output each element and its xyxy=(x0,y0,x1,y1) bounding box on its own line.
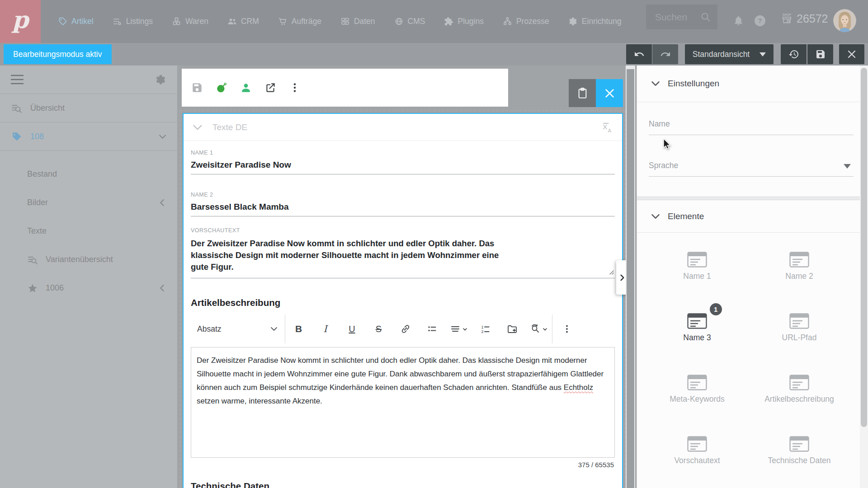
sidebar-item-bilder[interactable]: Bilder xyxy=(0,188,177,217)
scrollbar-thumb[interactable] xyxy=(627,69,634,488)
menu-item-crm[interactable]: CRM xyxy=(227,17,259,26)
content-scrollbar[interactable] xyxy=(626,66,635,488)
app-logo[interactable]: p xyxy=(0,0,41,43)
help-icon[interactable]: ? xyxy=(754,15,766,27)
misspelled-word: Echtholz xyxy=(564,383,593,392)
texte-de-header[interactable]: Texte DE XA xyxy=(184,114,622,141)
sprache-dropdown[interactable]: Sprache xyxy=(649,161,854,177)
artikelbeschreibung-editor[interactable]: Der Zweisitzer Paradise Now kommt in sch… xyxy=(191,347,615,458)
settings-panel: Einstellungen Name Sprache Elemente Name… xyxy=(637,66,868,488)
name2-field[interactable]: NAME 2 Barsessel Black Mamba xyxy=(191,192,615,216)
view-select-dropdown[interactable]: Standardansicht xyxy=(685,44,774,64)
sidebar-gear-icon[interactable] xyxy=(155,74,166,85)
view-history-button[interactable] xyxy=(781,44,807,64)
menu-item-cms[interactable]: CMS xyxy=(394,17,425,26)
resize-handle-icon[interactable] xyxy=(608,269,614,275)
element-technische-daten[interactable]: Technische Daten xyxy=(768,436,830,465)
sidebar-item-variant-1006[interactable]: 1006 xyxy=(0,274,177,302)
paragraph-style-dropdown[interactable]: Absatz xyxy=(191,313,285,345)
text-field-icon xyxy=(789,436,809,452)
elemente-section-header[interactable]: Elemente xyxy=(637,200,868,233)
element-meta-keywords[interactable]: Meta-Keywords xyxy=(670,375,725,404)
menu-item-artikel[interactable]: Artikel xyxy=(58,17,94,26)
numbered-list-button[interactable]: 12 xyxy=(472,318,499,340)
settings-scrollbar[interactable] xyxy=(860,66,868,488)
sidebar-item-article-108[interactable]: 108 xyxy=(0,122,177,151)
text-field-icon xyxy=(789,313,809,329)
close-edit-mode-button[interactable] xyxy=(839,44,864,64)
svg-text:A: A xyxy=(608,127,612,133)
save-icon xyxy=(815,49,826,60)
menu-label: Plugins xyxy=(458,17,483,26)
save-view-button[interactable] xyxy=(807,44,833,64)
chevron-down-icon xyxy=(270,325,278,333)
menu-label: CRM xyxy=(241,17,259,26)
strikethrough-button[interactable]: S xyxy=(365,318,392,340)
menu-label: Einrichtung xyxy=(582,17,622,26)
element-vorschautext[interactable]: Vorschautext xyxy=(674,436,720,465)
redo-button[interactable] xyxy=(652,44,678,64)
menu-label: Artikel xyxy=(71,17,94,26)
menu-item-waren[interactable]: Waren xyxy=(172,17,208,26)
vorschautext-field[interactable]: VORSCHAUTEXT Der Zweisitzer Paradise Now… xyxy=(191,227,615,278)
open-preview-button[interactable] xyxy=(264,81,277,94)
save-article-button[interactable] xyxy=(191,81,203,94)
bold-button[interactable]: B xyxy=(285,318,312,340)
chevron-left-icon xyxy=(159,199,166,206)
element-name3[interactable]: 1 Name 3 xyxy=(683,313,711,343)
menu-item-einrichtung[interactable]: Einrichtung xyxy=(568,17,622,26)
article-sidebar: Übersicht 108 Bestand Bilder Texte Varia… xyxy=(0,66,177,488)
translate-icon[interactable]: XA xyxy=(601,122,613,133)
chevron-down-icon[interactable] xyxy=(159,133,166,141)
underline-button[interactable]: U xyxy=(339,318,365,340)
global-search[interactable]: Suchen xyxy=(646,5,717,29)
einstellungen-section-header[interactable]: Einstellungen xyxy=(637,66,868,102)
sidebar-item-bestand[interactable]: Bestand xyxy=(0,160,177,188)
folder-plus-icon xyxy=(507,324,518,334)
align-button[interactable] xyxy=(445,318,472,340)
name2-value: Barsessel Black Mamba xyxy=(191,202,615,212)
insert-media-button[interactable] xyxy=(499,318,525,340)
user-avatar[interactable] xyxy=(833,9,856,32)
logo-p-glyph: p xyxy=(12,8,28,32)
article-status-icon[interactable] xyxy=(215,81,228,94)
find-replace-icon xyxy=(530,324,541,334)
chevron-left-icon xyxy=(159,284,166,292)
menu-item-listings[interactable]: Listings xyxy=(113,17,153,26)
cubes-icon xyxy=(172,17,181,26)
menu-item-auftraege[interactable]: Aufträge xyxy=(278,17,321,26)
name1-field[interactable]: NAME 1 Zweisitzer Paradise Now xyxy=(191,150,615,174)
notifications-bell-icon[interactable] xyxy=(733,15,744,26)
menu-item-prozesse[interactable]: Prozesse xyxy=(503,17,549,26)
element-artikelbeschreibung[interactable]: Artikelbeschreibung xyxy=(764,375,834,404)
scrollbar-thumb[interactable] xyxy=(861,68,867,427)
italic-button[interactable]: I xyxy=(312,318,339,340)
link-button[interactable] xyxy=(392,318,419,340)
hamburger-menu-icon[interactable] xyxy=(11,75,24,84)
paste-element-button[interactable] xyxy=(569,79,596,107)
input-underline xyxy=(191,174,615,174)
menu-label: Prozesse xyxy=(516,17,549,26)
undo-button[interactable] xyxy=(626,44,652,64)
list-search-icon xyxy=(27,254,38,265)
toolbar-more-button[interactable] xyxy=(553,318,580,340)
shop-id-indicator[interactable]: SHOP 26572 xyxy=(781,12,828,25)
sidebar-item-texte[interactable]: Texte xyxy=(0,217,177,245)
more-options-button[interactable] xyxy=(288,81,301,94)
owner-button[interactable] xyxy=(240,81,252,94)
vorschautext-label: VORSCHAUTEXT xyxy=(191,227,615,234)
sidebar-item-uebersicht[interactable]: Übersicht xyxy=(0,94,177,122)
sidebar-item-variantenuebersicht[interactable]: Variantenübersicht xyxy=(0,245,177,274)
element-name1[interactable]: Name 1 xyxy=(683,252,711,281)
bullet-list-button[interactable] xyxy=(419,318,445,340)
menu-item-plugins[interactable]: Plugins xyxy=(444,17,483,26)
chevron-down-icon xyxy=(760,52,766,56)
element-name-input[interactable]: Name xyxy=(649,119,854,135)
deselect-element-button[interactable] xyxy=(596,79,623,107)
element-name2[interactable]: Name 2 xyxy=(785,252,813,281)
element-url-pfad[interactable]: URL-Pfad xyxy=(782,313,817,343)
menu-item-daten[interactable]: Daten xyxy=(340,17,375,26)
editor-text: Der Zweisitzer Paradise Now kommt in sch… xyxy=(197,356,604,392)
shop-id-number: 26572 xyxy=(797,12,828,25)
find-replace-button[interactable] xyxy=(525,318,552,340)
